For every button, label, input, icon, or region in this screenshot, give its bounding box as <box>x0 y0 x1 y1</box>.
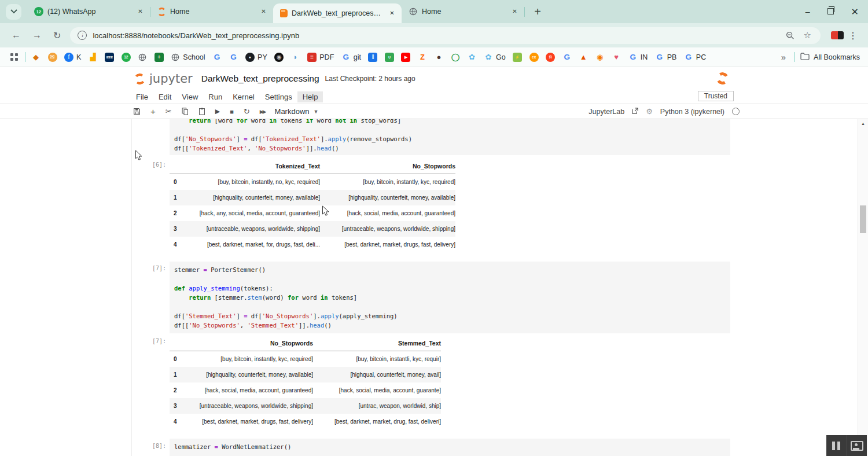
table-row: 3[untraceable, weapons, worldwide, shipp… <box>170 221 455 237</box>
bookmark-item[interactable]: ▟ <box>89 53 98 62</box>
window-minimize-button[interactable]: – <box>806 7 810 16</box>
paste-cell-button[interactable] <box>198 108 205 115</box>
site-info-icon[interactable]: i <box>78 31 87 40</box>
bookmark-item[interactable]: GIN <box>628 53 648 62</box>
new-tab-button[interactable]: + <box>531 5 545 19</box>
trusted-button[interactable]: Trusted <box>698 91 734 101</box>
extension-icon[interactable] <box>831 31 844 39</box>
address-bar[interactable]: i localhost:8888/notebooks/DarkWeb_text_… <box>70 27 821 44</box>
reload-button[interactable]: ↻ <box>53 30 61 41</box>
save-button[interactable] <box>133 108 141 115</box>
restart-run-all-button[interactable]: ▶▶ <box>260 109 266 115</box>
bookmark-item[interactable]: ▲ <box>579 53 588 62</box>
bookmark-item[interactable]: ∪ <box>385 53 394 62</box>
browser-menu-icon[interactable]: ⋮ <box>848 30 858 41</box>
column-header: Stemmed_Text <box>313 336 441 351</box>
bookmark-item[interactable]: Ggit <box>341 53 361 62</box>
tab-search-button[interactable] <box>6 4 21 20</box>
kernel-name[interactable]: Python 3 (ipykernel) <box>660 108 724 116</box>
menu-item-help[interactable]: Help <box>297 91 323 102</box>
bookmark-item[interactable]: + <box>155 53 164 62</box>
window-restore-button[interactable] <box>827 7 834 16</box>
cell-type-dropdown[interactable]: Markdown <box>275 107 310 116</box>
all-bookmarks-label[interactable]: All Bookmarks <box>814 53 860 61</box>
code-cell[interactable]: stemmer = PorterStemmer() def apply_stem… <box>170 262 730 333</box>
bookmark-item[interactable]: ✉ <box>48 53 57 62</box>
bookmark-item[interactable]: ✿ <box>467 53 476 62</box>
kernel-status-icon <box>732 108 740 115</box>
back-button[interactable]: ← <box>12 30 21 41</box>
bookmark-item[interactable]: ⚡ <box>513 53 522 62</box>
bookmark-item[interactable]: Z <box>418 53 427 62</box>
bookmark-item[interactable]: ◗ <box>291 53 300 62</box>
bookmark-item[interactable]: ◯ <box>451 53 460 62</box>
window-close-button[interactable]: ✕ <box>851 6 859 17</box>
pause-recording-button[interactable] <box>826 435 847 456</box>
bookmark-item[interactable]: School <box>171 53 205 62</box>
analytics-bars-icon: ▟ <box>89 53 98 62</box>
bookmark-item[interactable]: GPC <box>684 53 706 62</box>
open-jupyterlab-link[interactable]: JupyterLab <box>589 108 624 116</box>
bookmark-item[interactable]: ‖ <box>368 53 377 62</box>
scrollbar[interactable]: ▲ <box>858 119 868 456</box>
forward-button[interactable]: → <box>32 30 42 41</box>
notebook-title[interactable]: DarkWeb_text_preprocessing <box>201 73 319 84</box>
swirl-icon: ✿ <box>467 53 476 62</box>
google-icon: G <box>628 53 638 62</box>
code-cell[interactable]: lemmatizer = WordNetLemmatizer() <box>170 439 730 456</box>
bookmark-item[interactable]: ◉ <box>595 53 605 62</box>
gear-icon[interactable]: ⚙ <box>646 107 653 116</box>
bookmark-item[interactable]: ex <box>529 53 539 62</box>
copy-cell-button[interactable] <box>182 108 189 115</box>
interrupt-kernel-button[interactable]: ■ <box>230 108 234 115</box>
scroll-up-icon[interactable]: ▲ <box>858 119 868 128</box>
bookmark-item[interactable]: IEEE <box>105 53 114 62</box>
url-text[interactable]: localhost:8888/notebooks/DarkWeb_text_pr… <box>93 31 785 40</box>
menu-item-kernel[interactable]: Kernel <box>227 91 260 102</box>
bookmark-item[interactable]: 12 <box>122 53 131 62</box>
menu-item-edit[interactable]: Edit <box>153 91 176 102</box>
browser-tab[interactable]: DarkWeb_text_preprocessing✕ <box>273 3 402 23</box>
zoom-out-icon[interactable] <box>786 31 795 40</box>
add-cell-button[interactable]: + <box>150 106 156 116</box>
browser-tab[interactable]: Home✕ <box>150 0 273 23</box>
bookmark-item[interactable]: fK <box>64 53 81 62</box>
bookmark-item[interactable]: ◉ <box>274 53 284 62</box>
bookmark-item[interactable]: ● <box>434 53 443 62</box>
bookmark-item[interactable]: ♥ <box>612 53 621 62</box>
bookmark-item[interactable]: Я <box>546 53 555 62</box>
menu-item-run[interactable]: Run <box>203 91 227 102</box>
bookmark-item[interactable]: G <box>229 53 238 62</box>
screenshot-button[interactable] <box>847 435 867 456</box>
bookmarks-overflow-icon[interactable]: » <box>781 52 786 62</box>
tab-close-icon[interactable]: ✕ <box>510 7 520 17</box>
tab-close-icon[interactable]: ✕ <box>135 7 145 17</box>
screen: 12(12) WhatsApp✕Home✕DarkWeb_text_prepro… <box>0 0 868 456</box>
tab-close-icon[interactable]: ✕ <box>259 7 269 17</box>
jupyter-logo-icon <box>134 72 146 84</box>
bookmark-item[interactable] <box>138 53 147 62</box>
menu-item-file[interactable]: File <box>131 91 153 102</box>
bookmark-item[interactable]: ◆ <box>31 53 41 62</box>
tab-close-icon[interactable]: ✕ <box>387 9 397 19</box>
notebook-menubar: FileEditViewRunKernelSettingsHelp Truste… <box>0 90 868 104</box>
bookmark-item[interactable]: G <box>562 53 572 62</box>
cut-cell-button[interactable]: ✂ <box>165 107 172 116</box>
bookmark-item[interactable]: G <box>212 53 222 62</box>
menu-item-view[interactable]: View <box>176 91 203 102</box>
bookmark-item[interactable]: ▶ <box>401 53 410 62</box>
menu-item-settings[interactable]: Settings <box>260 91 297 102</box>
notebook-favicon <box>280 9 288 17</box>
scrollbar-thumb[interactable] <box>860 205 866 233</box>
apps-grid-icon[interactable] <box>10 53 18 61</box>
bookmark-item[interactable]: ≡PDF <box>307 53 334 62</box>
restart-kernel-button[interactable]: ↻ <box>244 107 250 116</box>
bookmark-item[interactable]: ●PY <box>245 53 267 62</box>
bookmark-item[interactable]: GPB <box>655 53 677 62</box>
browser-tab[interactable]: 12(12) WhatsApp✕ <box>27 0 150 23</box>
browser-tab[interactable]: Home✕ <box>402 0 524 23</box>
bookmark-item[interactable]: ✿Go <box>484 53 506 62</box>
bookmark-star-icon[interactable]: ☆ <box>804 30 811 41</box>
run-cell-button[interactable]: ▶ <box>215 108 220 115</box>
code-cell[interactable]: return [word for word in tokens if word … <box>170 119 730 155</box>
